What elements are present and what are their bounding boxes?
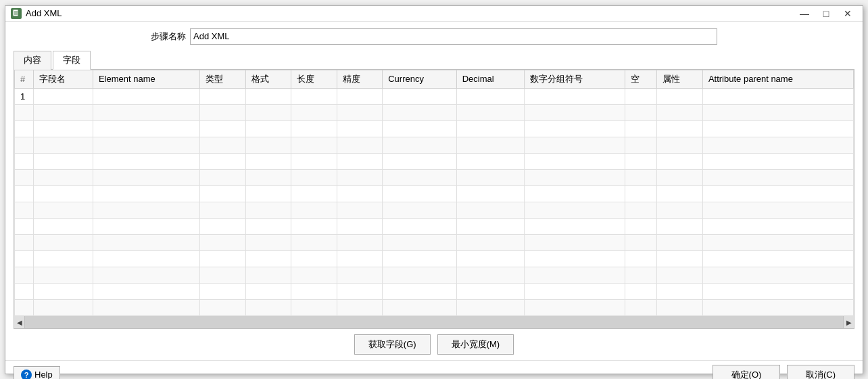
table-row-empty <box>15 218 854 234</box>
col-precision: 精度 <box>337 70 383 88</box>
table-row-empty <box>15 185 854 202</box>
fields-table: # 字段名 Element name 类型 格式 长度 精度 Currency … <box>14 70 854 316</box>
help-button[interactable]: ? Help <box>14 366 60 380</box>
table-row-empty <box>15 283 854 299</box>
col-attribute: 属性 <box>657 70 703 88</box>
cell-attribute <box>657 88 703 104</box>
col-field-name: 字段名 <box>34 70 93 88</box>
horizontal-scrollbar[interactable]: ◀ ▶ <box>14 316 854 328</box>
table-row-empty <box>15 120 854 137</box>
window-controls: — □ ✕ <box>795 6 857 21</box>
bottom-bar: ? Help 确定(O) 取消(C) <box>5 360 863 380</box>
col-element-name: Element name <box>93 70 199 88</box>
title-bar: Add XML — □ ✕ <box>5 6 863 22</box>
table-row-empty <box>15 169 854 185</box>
col-format: 格式 <box>245 70 291 88</box>
col-decimal: Decimal <box>456 70 524 88</box>
cell-currency <box>383 88 457 104</box>
cell-element_name <box>93 88 199 104</box>
help-label: Help <box>34 370 53 379</box>
cell-format <box>245 88 291 104</box>
window-title: Add XML <box>26 8 62 18</box>
table-row: 1 <box>15 88 854 104</box>
table-row-empty <box>15 202 854 218</box>
table-header-row: # 字段名 Element name 类型 格式 长度 精度 Currency … <box>15 70 854 88</box>
cell-precision <box>337 88 383 104</box>
col-type: 类型 <box>200 70 246 88</box>
col-attr-parent-name: Attribute parent name <box>702 70 853 88</box>
main-window: Add XML — □ ✕ 步骤名称 内容 字段 <box>5 5 863 374</box>
content-area: 步骤名称 内容 字段 # 字段名 Element name <box>5 22 863 360</box>
step-name-input[interactable] <box>190 28 717 45</box>
table-wrapper[interactable]: # 字段名 Element name 类型 格式 长度 精度 Currency … <box>14 70 854 316</box>
cell-attr_parent_name <box>702 88 853 104</box>
table-row-empty <box>15 250 854 267</box>
scroll-left-arrow[interactable]: ◀ <box>14 316 25 328</box>
tab-fields[interactable]: 字段 <box>53 51 91 70</box>
table-row-empty <box>15 234 854 250</box>
document-icon <box>11 8 22 19</box>
min-width-button[interactable]: 最小宽度(M) <box>437 334 514 355</box>
col-currency: Currency <box>383 70 457 88</box>
maximize-button[interactable]: □ <box>817 6 836 21</box>
cancel-button[interactable]: 取消(C) <box>787 365 854 380</box>
cell-null <box>625 88 657 104</box>
tabs-container: 内容 字段 <box>14 50 854 70</box>
help-icon: ? <box>21 370 32 380</box>
cell-group_symbol <box>525 88 625 104</box>
close-button[interactable]: ✕ <box>838 6 857 21</box>
table-row-empty <box>15 153 854 169</box>
tab-content[interactable]: 内容 <box>14 51 51 70</box>
table-row-empty <box>15 299 854 315</box>
step-name-row: 步骤名称 <box>14 28 854 45</box>
scrollbar-track[interactable] <box>25 316 843 328</box>
cell-type <box>200 88 246 104</box>
step-name-label: 步骤名称 <box>151 30 186 43</box>
minimize-button[interactable]: — <box>795 6 814 21</box>
scroll-right-arrow[interactable]: ▶ <box>843 316 854 328</box>
cell-decimal <box>456 88 524 104</box>
get-fields-button[interactable]: 获取字段(G) <box>354 334 431 355</box>
cell-hash: 1 <box>15 88 34 104</box>
col-null: 空 <box>625 70 657 88</box>
confirm-button[interactable]: 确定(O) <box>713 365 780 380</box>
tab-panel: # 字段名 Element name 类型 格式 长度 精度 Currency … <box>14 70 854 329</box>
col-hash: # <box>15 70 34 88</box>
table-row-empty <box>15 137 854 153</box>
action-buttons: 获取字段(G) 最小宽度(M) <box>14 329 854 360</box>
col-group-symbol: 数字分组符号 <box>525 70 625 88</box>
bottom-buttons: 确定(O) 取消(C) <box>713 365 854 380</box>
cell-field_name <box>34 88 93 104</box>
table-row-empty <box>15 267 854 283</box>
title-bar-left: Add XML <box>11 8 62 19</box>
cell-length <box>291 88 337 104</box>
col-length: 长度 <box>291 70 337 88</box>
table-row-empty <box>15 104 854 120</box>
